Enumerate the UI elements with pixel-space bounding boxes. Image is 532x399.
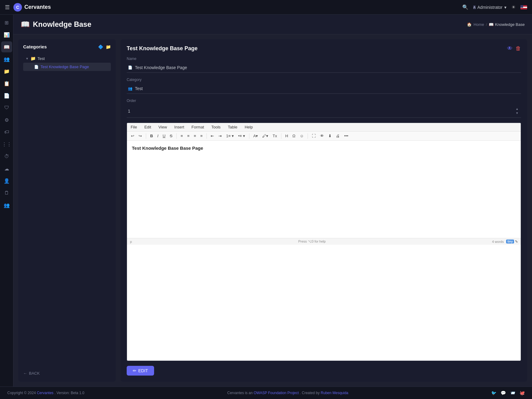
hamburger-button[interactable]: ☰ xyxy=(5,4,10,11)
footer-cervantes-link[interactable]: Cervantes xyxy=(37,391,54,395)
footer-version: . Version: Beta 1.0 xyxy=(55,391,84,395)
menu-table[interactable]: Table xyxy=(227,124,238,130)
search-icon[interactable]: 🔍 xyxy=(462,4,468,10)
bold-button[interactable]: B xyxy=(149,133,154,139)
sidebar-item-clock[interactable]: ⏱ xyxy=(1,151,12,162)
order-value: 1 xyxy=(128,109,130,114)
indent-button[interactable]: ⇥ xyxy=(217,133,223,139)
align-right-button[interactable]: ≡ xyxy=(192,133,198,139)
menu-insert[interactable]: Insert xyxy=(173,124,185,130)
more-button[interactable]: ••• xyxy=(343,133,350,139)
status-hint: Press ⌥0 for help xyxy=(298,240,326,243)
sidebar-item-file2[interactable]: 🗒 xyxy=(1,187,12,198)
category-test[interactable]: ▼ 📁 Test xyxy=(23,54,111,63)
sidebar-item-person[interactable]: 👤 xyxy=(1,175,12,186)
preview-button[interactable]: 👁 xyxy=(319,133,326,139)
underline-button[interactable]: U xyxy=(161,133,167,139)
align-left-button[interactable]: ≡ xyxy=(179,133,185,139)
print-button[interactable]: 🖨 xyxy=(334,133,341,139)
delete-button[interactable]: 🗑 xyxy=(516,45,521,52)
footer-author-link[interactable]: Ruben Mesquida xyxy=(321,391,348,395)
heading-button[interactable]: H xyxy=(284,133,290,139)
sidebar-item-users[interactable]: 👥 xyxy=(1,54,12,65)
folder-add-icon[interactable]: 📁 xyxy=(106,44,111,49)
sidebar-item-group[interactable]: 👥 xyxy=(1,200,12,211)
menu-help[interactable]: Help xyxy=(243,124,254,130)
order-label: Order xyxy=(127,99,521,103)
sidebar-item-file[interactable]: 📄 xyxy=(1,90,12,101)
ordered-list-button[interactable]: 1≡ ▾ xyxy=(224,133,235,139)
github-icon[interactable]: 🐙 xyxy=(520,390,525,395)
sidebar-item-grid[interactable]: ⊞ xyxy=(1,17,12,28)
page-item-test[interactable]: 📄 Test Knowledge Base Page xyxy=(23,63,111,71)
menu-format[interactable]: Format xyxy=(190,124,205,130)
name-field: Name 📄 Test Knowledge Base Page xyxy=(127,57,521,73)
order-up-button[interactable]: ▲ xyxy=(514,107,520,111)
theme-toggle-icon[interactable]: ☀ xyxy=(511,4,516,10)
chevron-down-icon: ▼ xyxy=(26,57,29,60)
icon-sidebar: ⊞ 📊 📖 👥 📁 📋 📄 🛡 ⚙ 🏷 ⋮⋮ ⏱ ☁ 👤 🗒 👥 xyxy=(0,15,13,387)
emoji-button[interactable]: ☺ xyxy=(298,133,305,139)
word-count: 4 words xyxy=(492,240,504,243)
editor-content[interactable]: Test Knowledge Base Base Page xyxy=(132,145,516,151)
sidebar-item-shield[interactable]: 🛡 xyxy=(1,102,12,113)
slack-icon[interactable]: 📨 xyxy=(510,390,515,395)
sidebar-item-clipboard[interactable]: 📋 xyxy=(1,78,12,89)
strikethrough-button[interactable]: S xyxy=(168,133,174,139)
page-icon: 📄 xyxy=(34,65,39,69)
align-center-button[interactable]: ≡ xyxy=(186,133,191,139)
align-justify-button[interactable]: ≡ xyxy=(199,133,204,139)
highlight-button[interactable]: 🖊▾ xyxy=(261,133,270,139)
language-flag[interactable] xyxy=(520,5,527,9)
page-header-title: 📖 Knowledge Base xyxy=(21,20,91,29)
editor-toolbar: ↩ ↪ B I U S ≡ ≡ ≡ ≡ ⇤ ⇥ xyxy=(127,131,521,141)
fullscreen-button[interactable]: ⛶ xyxy=(310,133,317,139)
unordered-list-button[interactable]: •≡ ▾ xyxy=(237,133,247,139)
category-tree: ▼ 📁 Test 📄 Test Knowledge Base Page xyxy=(23,54,111,71)
edit-label: EDIT xyxy=(138,368,148,373)
order-down-button[interactable]: ▼ xyxy=(514,111,520,115)
remove-format-button[interactable]: Tx xyxy=(271,133,278,139)
breadcrumb-home[interactable]: Home xyxy=(474,22,484,27)
back-label: BACK xyxy=(29,371,40,376)
categories-panel: Categories 🔷 📁 ▼ 📁 Test 📄 Test Knowled xyxy=(18,39,116,382)
save-button[interactable]: ⬇ xyxy=(327,133,333,139)
editor-body[interactable]: Test Knowledge Base Base Page xyxy=(127,141,521,238)
font-color-button[interactable]: A▾ xyxy=(252,133,260,139)
editor-statusbar: p Press ⌥0 for help 4 words tiny ⤡ xyxy=(127,238,521,245)
menu-view[interactable]: View xyxy=(157,124,168,130)
redo-button[interactable]: ↪ xyxy=(137,133,143,139)
add-category-icon[interactable]: 🔷 xyxy=(98,44,103,49)
topnav: ☰ C Cervantes 🔍 A Administrator ▾ ☀ xyxy=(0,0,532,15)
footer-social: 🐦 💬 📨 🐙 xyxy=(491,390,525,395)
sidebar-item-bar-chart[interactable]: 📊 xyxy=(1,29,12,40)
sidebar-item-apps[interactable]: ⋮⋮ xyxy=(1,139,12,150)
status-tag: p xyxy=(130,240,132,243)
edit-button[interactable]: ✏ EDIT xyxy=(127,366,154,376)
document-icon: 📄 xyxy=(128,65,132,70)
undo-button[interactable]: ↩ xyxy=(129,133,136,139)
italic-button[interactable]: I xyxy=(156,133,160,139)
menu-file[interactable]: File xyxy=(129,124,138,130)
menu-tools[interactable]: Tools xyxy=(210,124,222,130)
main-panel: Test Knowledge Base Page 👁 🗑 Name 📄 Test… xyxy=(121,39,527,382)
sidebar-item-cloud[interactable]: ☁ xyxy=(1,163,12,174)
discord-icon[interactable]: 💬 xyxy=(501,390,506,395)
outdent-button[interactable]: ⇤ xyxy=(209,133,216,139)
statusbar-right: 4 words tiny ⤡ xyxy=(492,240,518,243)
sidebar-item-folder[interactable]: 📁 xyxy=(1,66,12,77)
user-avatar: A xyxy=(473,5,475,9)
sidebar-item-book[interactable]: 📖 xyxy=(1,41,12,52)
back-button[interactable]: ← BACK xyxy=(23,370,111,377)
special-char-button[interactable]: Ω xyxy=(291,133,297,139)
sidebar-item-gear[interactable]: ⚙ xyxy=(1,114,12,125)
sidebar-item-tag[interactable]: 🏷 xyxy=(1,127,12,138)
home-icon: 🏠 xyxy=(467,22,472,27)
twitter-icon[interactable]: 🐦 xyxy=(491,390,496,395)
user-menu[interactable]: A Administrator ▾ xyxy=(473,5,506,10)
menu-edit[interactable]: Edit xyxy=(143,124,152,130)
page-title: Knowledge Base xyxy=(33,20,91,29)
view-button[interactable]: 👁 xyxy=(507,45,513,52)
footer-center: Cervantes is an OWASP Foundation Project… xyxy=(227,391,348,395)
footer-owasp-link[interactable]: OWASP Foundation Project xyxy=(254,391,299,395)
